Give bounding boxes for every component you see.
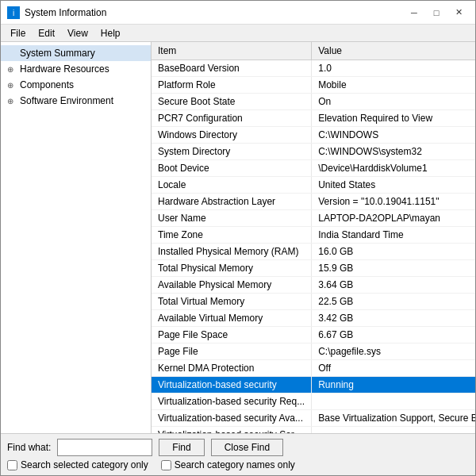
table-row[interactable]: BaseBoard Version1.0 [152,60,475,77]
table-container[interactable]: Item Value BaseBoard Version1.0Platform … [152,42,475,433]
expander-components: ⊕ [7,81,18,90]
cell-value: 3.64 GB [312,277,475,294]
sidebar-label-hardware-resources: Hardware Resources [20,63,109,75]
table-row[interactable]: Available Virtual Memory3.42 GB [152,310,475,327]
cell-item: Page File [152,344,312,360]
cell-value: C:\pagefile.sys [312,344,475,360]
table-row[interactable]: Total Physical Memory15.9 GB [152,260,475,277]
cell-item: Virtualization-based security [152,377,312,393]
table-row[interactable]: Time ZoneIndia Standard Time [152,227,475,244]
checkbox-selected-category-label: Search selected category only [21,459,148,470]
table-row[interactable]: Virtualization-based security Ava...Base… [152,410,475,427]
cell-value: On [312,94,475,110]
table-row[interactable]: Page File Space6.67 GB [152,327,475,344]
checkbox-selected-category[interactable]: Search selected category only [7,459,148,470]
find-button[interactable]: Find [159,439,204,456]
table-row[interactable]: Platform RoleMobile [152,77,475,94]
table-row[interactable]: Windows DirectoryC:\WINDOWS [152,127,475,144]
cell-value: India Standard Time [312,227,475,244]
cell-item: Kernel DMA Protection [152,360,312,377]
sidebar-item-hardware-resources[interactable]: ⊕Hardware Resources [1,61,151,77]
cell-value: Base Virtualization Support, Secure Bo..… [312,410,475,427]
table-row[interactable]: Kernel DMA ProtectionOff [152,360,475,377]
table-row[interactable]: Installed Physical Memory (RAM)16.0 GB [152,244,475,260]
col-value: Value [312,42,475,60]
cell-value: 3.42 GB [312,310,475,327]
menu-item-file[interactable]: File [4,26,32,40]
cell-value: 15.9 GB [312,260,475,277]
cell-item: Installed Physical Memory (RAM) [152,244,312,260]
table-row[interactable]: LocaleUnited States [152,177,475,194]
cell-item: PCR7 Configuration [152,110,312,127]
sidebar-label-components: Components [20,79,74,90]
cell-value: United States [312,177,475,194]
checkbox-row: Search selected category only Search cat… [7,459,469,470]
cell-value [312,393,475,410]
cell-value: \Device\HarddiskVolume1 [312,160,475,177]
table-row[interactable]: Boot Device\Device\HarddiskVolume1 [152,160,475,177]
close-find-button[interactable]: Close Find [211,439,283,456]
table-row[interactable]: System DirectoryC:\WINDOWS\system32 [152,144,475,160]
expander-hardware-resources: ⊕ [7,65,18,74]
cell-value: C:\WINDOWS [312,127,475,144]
find-row: Find what: Find Close Find [7,439,469,456]
cell-value: Running [312,377,475,393]
table-row[interactable]: Virtualization-based security Req... [152,393,475,410]
checkbox-category-names-input[interactable] [161,460,171,470]
cell-item: Page File Space [152,327,312,344]
menu-item-edit[interactable]: Edit [32,26,61,40]
sidebar-item-software-environment[interactable]: ⊕Software Environment [1,93,151,109]
cell-item: BaseBoard Version [152,60,312,77]
minimize-button[interactable]: ─ [404,6,424,20]
menu-item-view[interactable]: View [61,26,94,40]
cell-item: Virtualization-based security Ser... [152,427,312,434]
cell-value: Version = "10.0.19041.1151" [312,194,475,210]
menu-item-help[interactable]: Help [94,26,127,40]
sidebar-item-system-summary[interactable]: System Summary [1,45,151,61]
table-row[interactable]: Virtualization-based securityRunning [152,377,475,393]
cell-item: User Name [152,210,312,227]
maximize-button[interactable]: □ [426,6,447,20]
cell-item: Total Virtual Memory [152,294,312,310]
cell-item: Hardware Abstraction Layer [152,194,312,210]
cell-value: 22.5 GB [312,294,475,310]
table-row[interactable]: PCR7 ConfigurationElevation Required to … [152,110,475,127]
cell-value: 16.0 GB [312,244,475,260]
checkbox-category-names[interactable]: Search category names only [161,459,295,470]
info-table: Item Value BaseBoard Version1.0Platform … [152,42,475,433]
cell-value: LAPTOP-DA2OPLAP\mayan [312,210,475,227]
table-row[interactable]: User NameLAPTOP-DA2OPLAP\mayan [152,210,475,227]
cell-item: Virtualization-based security Req... [152,393,312,410]
cell-value [312,427,475,434]
table-row[interactable]: Available Physical Memory3.64 GB [152,277,475,294]
cell-item: Boot Device [152,160,312,177]
table-row[interactable]: Total Virtual Memory22.5 GB [152,294,475,310]
sidebar-label-system-summary: System Summary [20,48,95,59]
table-row[interactable]: Secure Boot StateOn [152,94,475,110]
svg-text:i: i [13,9,14,17]
cell-value: 6.67 GB [312,327,475,344]
cell-value: Mobile [312,77,475,94]
col-item: Item [152,42,312,60]
table-row[interactable]: Hardware Abstraction LayerVersion = "10.… [152,194,475,210]
cell-item: Time Zone [152,227,312,244]
table-header: Item Value [152,42,475,60]
close-button[interactable]: ✕ [448,6,469,20]
cell-value: C:\WINDOWS\system32 [312,144,475,160]
window-title: System Information [25,7,404,18]
cell-item: Virtualization-based security Ava... [152,410,312,427]
main-window: i System Information ─ □ ✕ FileEditViewH… [0,0,476,476]
cell-item: Locale [152,177,312,194]
table-row[interactable]: Virtualization-based security Ser... [152,427,475,434]
cell-item: Available Virtual Memory [152,310,312,327]
left-panel: System Summary⊕Hardware Resources⊕Compon… [1,42,152,433]
table-row[interactable]: Page FileC:\pagefile.sys [152,344,475,360]
title-bar: i System Information ─ □ ✕ [1,1,475,25]
cell-item: Available Physical Memory [152,277,312,294]
sidebar-item-components[interactable]: ⊕Components [1,77,151,93]
table-body: BaseBoard Version1.0Platform RoleMobileS… [152,60,475,434]
cell-item: System Directory [152,144,312,160]
find-input[interactable] [57,439,152,456]
checkbox-selected-category-input[interactable] [7,460,17,470]
right-panel: Item Value BaseBoard Version1.0Platform … [152,42,475,433]
